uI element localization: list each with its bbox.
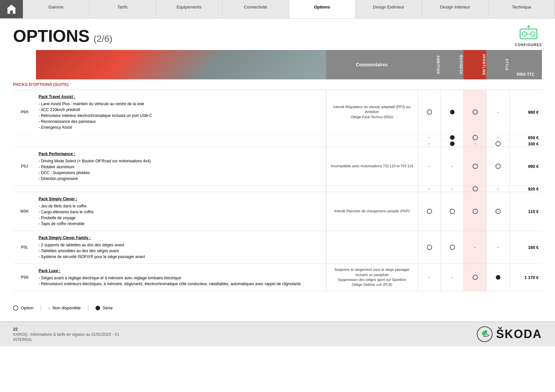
pack-description: Pack Simply Clever Family : - 2 supports…: [36, 231, 326, 264]
nav-connectivite[interactable]: Connectivité: [222, 0, 289, 18]
cell-sportline: [463, 186, 486, 192]
cell-ambition: -: [418, 264, 441, 291]
pack-cells: - -: [418, 147, 509, 186]
pack-prix: 330 €: [509, 141, 542, 147]
nav-tarifs[interactable]: Tarifs: [89, 0, 156, 18]
header-image: [36, 50, 326, 79]
pack-comment: Supprime le rangement sous le siège pass…: [326, 264, 418, 291]
nav-equipements[interactable]: Equipements: [156, 0, 222, 18]
cell-style: -: [486, 186, 509, 192]
cell-style: -: [486, 231, 509, 264]
cell-ambition: [418, 231, 441, 264]
cell-sportline: [463, 135, 486, 140]
footer: 22 KAROQ : Informations & tarifs en vigu…: [0, 321, 555, 346]
legend-dot-label: Série: [103, 305, 113, 310]
pack-comment: Incompatible avec motorisations TSI 110 …: [326, 147, 418, 186]
header-business: BUSINESS: [441, 50, 463, 79]
home-button[interactable]: [0, 0, 23, 18]
pack-prix: 920 €: [509, 186, 542, 192]
pack-row: P5J Pack Performance : - Driving Mode Se…: [13, 147, 542, 186]
pack-id: P6H: [13, 90, 36, 134]
pack-row: - - - 920 €: [13, 186, 542, 192]
footer-page: 22: [13, 327, 119, 332]
pack-comment-3: [326, 141, 418, 147]
pack-prix: 110 €: [509, 192, 542, 231]
pack-comment: [326, 231, 418, 264]
header-sportline: SPORTLINE: [463, 50, 486, 79]
options-table: Commentaires AMBITION BUSINESS SPORTLINE…: [0, 50, 555, 291]
pack-description: Pack Travel Assist : - Lane Assist Plus …: [36, 90, 326, 134]
cell-ambition: [418, 192, 441, 231]
pack-id: P5L: [13, 231, 36, 264]
pack-row: P5L Pack Simply Clever Family : - 2 supp…: [13, 231, 542, 264]
cell-business: [441, 135, 463, 140]
configurez-label: CONFIGUREZ: [515, 43, 542, 47]
pack-comment-2: [326, 135, 418, 140]
cell-style: -: [486, 90, 509, 134]
header-commentaires: Commentaires: [326, 50, 418, 79]
header-ambition: AMBITION: [418, 50, 441, 79]
nav-options[interactable]: Options: [289, 0, 356, 18]
cell-business: -: [441, 186, 463, 192]
table-header: Commentaires AMBITION BUSINESS SPORTLINE…: [13, 50, 542, 79]
cell-ambition: -: [418, 147, 441, 186]
pack-title: Pack Simply Clever Family :: [39, 235, 323, 241]
legend-separator-2: |: [87, 304, 89, 312]
skoda-logo: ŠKODA: [477, 326, 542, 342]
legend-separator-1: |: [40, 304, 42, 312]
pack-title: Pack Simply Clever :: [39, 196, 323, 202]
pack-prix: 990 €: [509, 147, 542, 186]
cell-sportline: [463, 147, 486, 186]
page-title: OPTIONS: [13, 26, 90, 46]
pack-cells: -: [418, 90, 509, 134]
header-style: STYLE: [486, 50, 509, 79]
pack-description: Pack Performance : - Driving Mode Select…: [36, 147, 326, 186]
cell-style: -: [486, 135, 509, 140]
legend-serie: Série: [95, 305, 113, 310]
cell-style: [486, 147, 509, 186]
pack-p5l: P5L Pack Simply Clever Family : - 2 supp…: [13, 231, 542, 264]
pack-description: Pack Simply Clever : - Jeu de filets dan…: [36, 192, 326, 231]
pack-row: - - 330 €: [13, 141, 542, 147]
svg-point-2: [530, 32, 535, 36]
footer-info-block: 22 KAROQ : Informations & tarifs en vigu…: [13, 327, 119, 342]
cell-style: [486, 141, 509, 147]
cell-sportline: [463, 192, 486, 231]
cell-business: -: [441, 264, 463, 291]
nav-design-int[interactable]: Design Intérieur: [422, 0, 488, 18]
pack-cells: - -: [418, 264, 509, 291]
legend: Option | - Non disponible | Série: [0, 298, 555, 318]
legend-dash-label: Non disponible: [53, 305, 81, 310]
legend-dash-icon: -: [48, 305, 50, 311]
cell-business: [441, 90, 463, 134]
cell-business: [441, 231, 463, 264]
pack-cells: - -: [418, 231, 509, 264]
configurez-button[interactable]: CONFIGUREZ: [515, 25, 542, 47]
pack-id: P5J: [13, 147, 36, 186]
footer-internal: INTERNAL: [13, 337, 119, 342]
nav-design-ext[interactable]: Design Extérieur: [356, 0, 422, 18]
cell-sportline: [463, 90, 486, 134]
pack-title: Pack Performance :: [39, 151, 323, 157]
pack-comment-1: Interdit Régulateur de vitesse adaptatif…: [326, 90, 418, 134]
pack-prix: 650 €: [509, 135, 542, 140]
legend-option: Option: [13, 305, 33, 311]
cell-ambition: [418, 90, 441, 134]
nav-gamme[interactable]: Gamme: [23, 0, 89, 18]
pack-p5n: P5N Pack Luxe : - Sièges avant à réglage…: [13, 264, 542, 291]
pack-row: W5K Pack Simply Clever : - Jeu de filets…: [13, 192, 542, 231]
page-subtitle: (2/6): [94, 34, 113, 44]
cell-style: [486, 192, 509, 231]
nav-technique[interactable]: Technique: [489, 0, 555, 18]
pack-prix: 980 €: [509, 90, 542, 134]
cell-sportline: -: [463, 231, 486, 264]
footer-brand: ŠKODA: [477, 326, 542, 342]
section-title: PACKS D'OPTIONS (suite): [13, 79, 542, 90]
legend-option-label: Option: [21, 305, 33, 310]
pack-comment: [326, 186, 418, 192]
pack-p5j: P5J Pack Performance : - Driving Mode Se…: [13, 147, 542, 192]
pack-row: P5N Pack Luxe : - Sièges avant à réglage…: [13, 264, 542, 291]
pack-prix: 160 €: [509, 231, 542, 264]
legend-dot-icon: [95, 306, 100, 310]
pack-id: P5N: [13, 264, 36, 291]
